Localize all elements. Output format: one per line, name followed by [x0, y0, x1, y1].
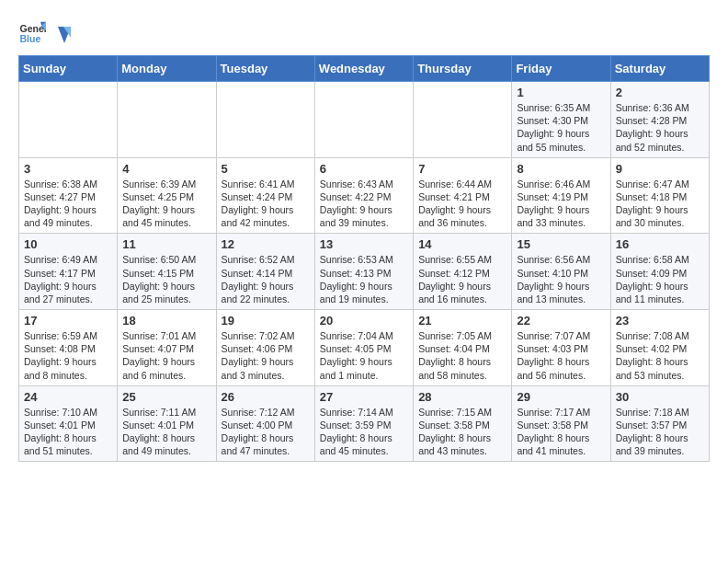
day-info: Sunrise: 7:10 AM Sunset: 4:01 PM Dayligh…: [24, 407, 97, 457]
calendar-cell: 4Sunrise: 6:39 AM Sunset: 4:25 PM Daylig…: [118, 157, 216, 234]
calendar-cell: [216, 82, 314, 158]
day-info: Sunrise: 6:46 AM Sunset: 4:19 PM Dayligh…: [517, 178, 590, 229]
day-info: Sunrise: 6:35 AM Sunset: 4:30 PM Dayligh…: [517, 102, 590, 153]
weekday-header: Wednesday: [314, 56, 413, 82]
day-number: 4: [122, 162, 210, 176]
day-number: 22: [517, 314, 605, 327]
logo-arrow-icon: [51, 25, 71, 45]
calendar-cell: 3Sunrise: 6:38 AM Sunset: 4:27 PM Daylig…: [19, 157, 118, 234]
day-info: Sunrise: 7:12 AM Sunset: 4:00 PM Dayligh…: [222, 407, 295, 457]
day-info: Sunrise: 7:02 AM Sunset: 4:06 PM Dayligh…: [222, 330, 295, 381]
day-info: Sunrise: 7:08 AM Sunset: 4:02 PM Dayligh…: [616, 330, 689, 381]
calendar-cell: 13Sunrise: 6:53 AM Sunset: 4:13 PM Dayli…: [314, 234, 413, 310]
weekday-header: Friday: [512, 56, 610, 82]
day-number: 15: [517, 237, 605, 251]
calendar-cell: 22Sunrise: 7:07 AM Sunset: 4:03 PM Dayli…: [512, 310, 610, 386]
day-info: Sunrise: 6:47 AM Sunset: 4:18 PM Dayligh…: [616, 178, 689, 229]
day-number: 19: [222, 314, 310, 327]
day-info: Sunrise: 7:17 AM Sunset: 3:58 PM Dayligh…: [517, 407, 590, 457]
day-number: 28: [418, 390, 506, 404]
day-info: Sunrise: 6:43 AM Sunset: 4:22 PM Dayligh…: [320, 178, 393, 229]
calendar-cell: 27Sunrise: 7:14 AM Sunset: 3:59 PM Dayli…: [314, 385, 413, 462]
calendar-week-row: 3Sunrise: 6:38 AM Sunset: 4:27 PM Daylig…: [19, 157, 710, 234]
day-info: Sunrise: 6:52 AM Sunset: 4:14 PM Dayligh…: [222, 254, 295, 304]
page-header: General Blue: [18, 18, 710, 46]
calendar-cell: 28Sunrise: 7:15 AM Sunset: 3:58 PM Dayli…: [414, 385, 512, 462]
logo: General Blue: [18, 18, 72, 46]
calendar-table: SundayMondayTuesdayWednesdayThursdayFrid…: [18, 55, 710, 462]
day-number: 5: [222, 162, 310, 176]
calendar-cell: 15Sunrise: 6:56 AM Sunset: 4:10 PM Dayli…: [512, 234, 610, 310]
day-number: 25: [122, 390, 210, 404]
day-number: 9: [616, 162, 704, 176]
day-info: Sunrise: 6:36 AM Sunset: 4:28 PM Dayligh…: [616, 102, 689, 153]
day-number: 21: [418, 314, 506, 327]
weekday-header: Monday: [118, 56, 216, 82]
calendar-cell: 26Sunrise: 7:12 AM Sunset: 4:00 PM Dayli…: [216, 385, 314, 462]
weekday-header: Saturday: [610, 56, 709, 82]
calendar-header-row: SundayMondayTuesdayWednesdayThursdayFrid…: [19, 56, 710, 82]
calendar-cell: 7Sunrise: 6:44 AM Sunset: 4:21 PM Daylig…: [414, 157, 512, 234]
day-info: Sunrise: 7:01 AM Sunset: 4:07 PM Dayligh…: [122, 330, 196, 381]
calendar-cell: 11Sunrise: 6:50 AM Sunset: 4:15 PM Dayli…: [118, 234, 216, 310]
calendar-cell: 6Sunrise: 6:43 AM Sunset: 4:22 PM Daylig…: [314, 157, 413, 234]
day-number: 29: [517, 390, 605, 404]
calendar-cell: [19, 82, 118, 158]
calendar-cell: [414, 82, 512, 158]
calendar-cell: [314, 82, 413, 158]
calendar-cell: 29Sunrise: 7:17 AM Sunset: 3:58 PM Dayli…: [512, 385, 610, 462]
logo-icon: General Blue: [18, 18, 46, 46]
day-number: 14: [418, 237, 506, 251]
day-info: Sunrise: 6:50 AM Sunset: 4:15 PM Dayligh…: [122, 254, 196, 304]
calendar-cell: 19Sunrise: 7:02 AM Sunset: 4:06 PM Dayli…: [216, 310, 314, 386]
calendar-cell: 30Sunrise: 7:18 AM Sunset: 3:57 PM Dayli…: [610, 385, 709, 462]
day-number: 18: [122, 314, 210, 327]
calendar-cell: 18Sunrise: 7:01 AM Sunset: 4:07 PM Dayli…: [118, 310, 216, 386]
day-info: Sunrise: 6:39 AM Sunset: 4:25 PM Dayligh…: [122, 178, 196, 229]
day-number: 1: [517, 86, 605, 99]
calendar-cell: 17Sunrise: 6:59 AM Sunset: 4:08 PM Dayli…: [19, 310, 118, 386]
day-number: 23: [616, 314, 704, 327]
calendar-week-row: 17Sunrise: 6:59 AM Sunset: 4:08 PM Dayli…: [19, 310, 710, 386]
day-info: Sunrise: 7:04 AM Sunset: 4:05 PM Dayligh…: [320, 330, 393, 381]
calendar-cell: 23Sunrise: 7:08 AM Sunset: 4:02 PM Dayli…: [610, 310, 709, 386]
calendar-cell: 1Sunrise: 6:35 AM Sunset: 4:30 PM Daylig…: [512, 82, 610, 158]
weekday-header: Thursday: [414, 56, 512, 82]
calendar-cell: 21Sunrise: 7:05 AM Sunset: 4:04 PM Dayli…: [414, 310, 512, 386]
day-number: 6: [320, 162, 408, 176]
day-number: 20: [320, 314, 408, 327]
day-number: 16: [616, 237, 704, 251]
day-info: Sunrise: 7:11 AM Sunset: 4:01 PM Dayligh…: [122, 407, 196, 457]
day-number: 30: [616, 390, 704, 404]
calendar-cell: 20Sunrise: 7:04 AM Sunset: 4:05 PM Dayli…: [314, 310, 413, 386]
calendar-cell: 9Sunrise: 6:47 AM Sunset: 4:18 PM Daylig…: [610, 157, 709, 234]
day-info: Sunrise: 6:49 AM Sunset: 4:17 PM Dayligh…: [24, 254, 97, 304]
day-number: 13: [320, 237, 408, 251]
day-number: 8: [517, 162, 605, 176]
calendar-cell: 8Sunrise: 6:46 AM Sunset: 4:19 PM Daylig…: [512, 157, 610, 234]
day-number: 24: [24, 390, 112, 404]
calendar-cell: 24Sunrise: 7:10 AM Sunset: 4:01 PM Dayli…: [19, 385, 118, 462]
calendar-cell: 14Sunrise: 6:55 AM Sunset: 4:12 PM Dayli…: [414, 234, 512, 310]
day-info: Sunrise: 6:59 AM Sunset: 4:08 PM Dayligh…: [24, 330, 97, 381]
svg-text:Blue: Blue: [20, 33, 41, 44]
day-info: Sunrise: 6:53 AM Sunset: 4:13 PM Dayligh…: [320, 254, 393, 304]
day-number: 26: [222, 390, 310, 404]
day-number: 2: [616, 86, 704, 99]
day-info: Sunrise: 7:15 AM Sunset: 3:58 PM Dayligh…: [418, 407, 492, 457]
weekday-header: Tuesday: [216, 56, 314, 82]
calendar-cell: 16Sunrise: 6:58 AM Sunset: 4:09 PM Dayli…: [610, 234, 709, 310]
day-number: 3: [24, 162, 112, 176]
calendar-cell: 25Sunrise: 7:11 AM Sunset: 4:01 PM Dayli…: [118, 385, 216, 462]
calendar-cell: 5Sunrise: 6:41 AM Sunset: 4:24 PM Daylig…: [216, 157, 314, 234]
day-number: 27: [320, 390, 408, 404]
calendar-cell: 2Sunrise: 6:36 AM Sunset: 4:28 PM Daylig…: [610, 82, 709, 158]
day-number: 7: [418, 162, 506, 176]
day-info: Sunrise: 6:41 AM Sunset: 4:24 PM Dayligh…: [222, 178, 295, 229]
day-info: Sunrise: 7:14 AM Sunset: 3:59 PM Dayligh…: [320, 407, 393, 457]
day-info: Sunrise: 6:55 AM Sunset: 4:12 PM Dayligh…: [418, 254, 492, 304]
day-number: 17: [24, 314, 112, 327]
day-number: 10: [24, 237, 112, 251]
day-info: Sunrise: 6:58 AM Sunset: 4:09 PM Dayligh…: [616, 254, 689, 304]
calendar-week-row: 24Sunrise: 7:10 AM Sunset: 4:01 PM Dayli…: [19, 385, 710, 462]
